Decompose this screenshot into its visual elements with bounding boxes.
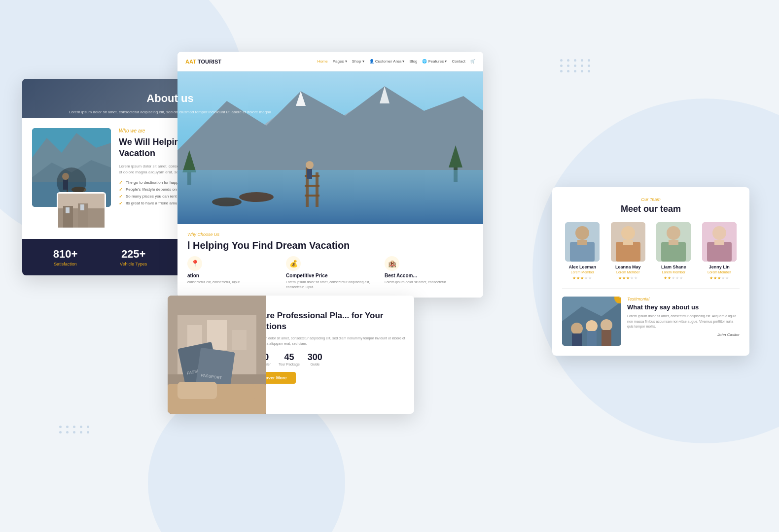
team-member-1: Alex Leeman Lorem Member ★★★★★ [562,222,603,280]
member-stars-1: ★★★★★ [562,276,603,280]
svg-point-43 [667,226,680,240]
location-icon: 📍 [187,256,202,271]
stat-satisfaction-number: 810+ [53,248,78,261]
feature-location-desc: consectetur elit, consectetur, ulput. [187,280,276,285]
nav-shop[interactable]: Shop ▾ [352,59,364,64]
about-heading: About us [146,92,193,105]
svg-point-7 [62,173,69,180]
card-team: Our Team Meet our team Alex Leeman Lorem… [552,187,749,356]
planners-inner: PASSPORT PASSPORT About Us We are Profes… [168,296,414,414]
nav-home[interactable]: Home [317,59,327,64]
svg-point-47 [712,226,726,240]
member-stars-2: ★★★★★ [608,276,649,280]
decor-dots-2 [59,426,91,433]
feature-accom-desc: Lorem ipsum dolor sit amet, consectetur. [385,280,473,285]
stat-satisfaction: 810+ Satisfaction [53,248,78,266]
stat-vehicles-number: 225+ [120,248,147,261]
about-images [32,128,111,229]
svg-rect-33 [307,169,312,179]
accom-icon: 🏨 [385,256,399,271]
feature-accom-title: Best Accom... [385,273,473,278]
nav-blog[interactable]: Blog [409,59,417,64]
planner-stat-guides: 300 Guide [308,352,322,366]
nav-features[interactable]: 🌐 Features ▾ [422,59,447,64]
svg-point-32 [306,161,314,169]
about-us-label: About Us [248,303,406,308]
team-members: Alex Leeman Lorem Member ★★★★★ Leanna Ma… [562,222,740,280]
feature-location-title: ation [187,273,276,278]
lake-image [177,71,483,224]
stat-vehicles: 225+ Vehicle Types [120,248,147,266]
decor-dots-1 [560,59,592,72]
svg-rect-53 [572,333,582,346]
features-row: 📍 ation consectetur elit, consectetur, u… [187,256,473,290]
nav-pages[interactable]: Pages ▾ [333,59,347,64]
svg-point-52 [571,323,583,334]
member-stars-4: ★★★★★ [699,276,740,280]
svg-rect-29 [305,195,319,197]
planner-stat-packages: 45 Tour Package [279,352,300,366]
svg-rect-8 [63,180,68,190]
about-header-subtitle: Lorem ipsum dolor sit amet, consectetur … [22,110,318,114]
team-member-3: Liam Shane Lorem Member ★★★★★ [653,222,694,280]
planner-stat-guides-label: Guide [308,363,322,366]
svg-rect-70 [217,384,256,399]
svg-rect-69 [177,382,217,399]
svg-point-31 [212,198,242,206]
avatar-alex [565,222,600,262]
svg-rect-41 [623,240,633,245]
avatar-leanna [611,222,645,262]
planners-body: Lorem ipsum dolor sit amet, consectetur … [248,336,406,346]
nav-links: Home Pages ▾ Shop ▾ 👤 Customer Area ▾ Bl… [317,59,475,64]
navbar: AAT TOURIST Home Pages ▾ Shop ▾ 👤 Custom… [177,52,483,71]
lake-card-heading: l Helping You Find Dream Vacation [187,240,473,251]
nav-logo: AAT TOURIST [185,59,221,65]
testimonial-image: " [562,297,621,346]
scene: About us Lorem ipsum dolor sit amet, con… [0,0,779,532]
planner-stat-packages-num: 45 [279,352,300,363]
team-member-2: Leanna May Lorem Member ★★★★★ [608,222,649,280]
svg-rect-37 [577,240,587,245]
svg-point-35 [575,226,589,240]
card-planners: PASSPORT PASSPORT About Us We are Profes… [168,296,414,414]
team-member-4: Jenny Lin Lorem Member ★★★★★ [699,222,740,280]
svg-rect-49 [714,240,724,245]
svg-rect-13 [66,207,70,213]
member-role-2: Lorem Member [608,270,649,274]
member-stars-3: ★★★★★ [653,276,694,280]
price-icon: 💰 [286,256,301,271]
svg-rect-45 [669,240,678,245]
testimonial-body: Lorem ipsum dolor sit amet, consectetur … [627,314,740,330]
stat-vehicles-label: Vehicle Types [120,262,147,266]
card-lake: AAT TOURIST Home Pages ▾ Shop ▾ 👤 Custom… [177,52,483,298]
svg-rect-26 [316,172,319,207]
feature-location: 📍 ation consectetur elit, consectetur, u… [187,256,276,290]
member-name-2: Leanna May [608,265,649,269]
svg-rect-24 [177,170,483,224]
our-team-label: Our Team [562,197,740,202]
nav-contact[interactable]: Contact [452,59,465,64]
avatar-jenny [702,222,737,262]
nav-cart[interactable]: 🛒 [470,59,475,64]
member-name-1: Alex Leeman [562,265,603,269]
planner-stat-guides-num: 300 [308,352,322,363]
lake-card-bottom: Why Choose Us l Helping You Find Dream V… [177,224,483,298]
planners-image: PASSPORT PASSPORT [168,296,240,414]
svg-point-56 [601,319,612,331]
testimonial-author: John Casitor [627,332,740,337]
nav-logo-prefix: AAT [185,59,198,65]
feature-price-title: Competitive Price [286,273,375,278]
feature-price-desc: Lorem ipsum dolor sit amet, consectetur … [286,280,375,290]
planners-stats: 1200 Happy Traveler 45 Tour Package 300 … [248,352,406,366]
stat-satisfaction-label: Satisfaction [53,262,78,266]
team-heading: Meet our team [562,204,740,214]
testimonial-label: Testimonial [627,297,740,301]
svg-point-30 [239,192,274,202]
svg-rect-55 [587,331,597,346]
svg-rect-62 [232,330,247,350]
member-role-3: Lorem Member [653,270,694,274]
svg-rect-14 [80,204,84,210]
planners-heading: We are Professional Pla... for Your Vaca… [248,310,406,332]
nav-customer[interactable]: 👤 Customer Area ▾ [369,59,405,64]
svg-rect-28 [305,185,319,187]
